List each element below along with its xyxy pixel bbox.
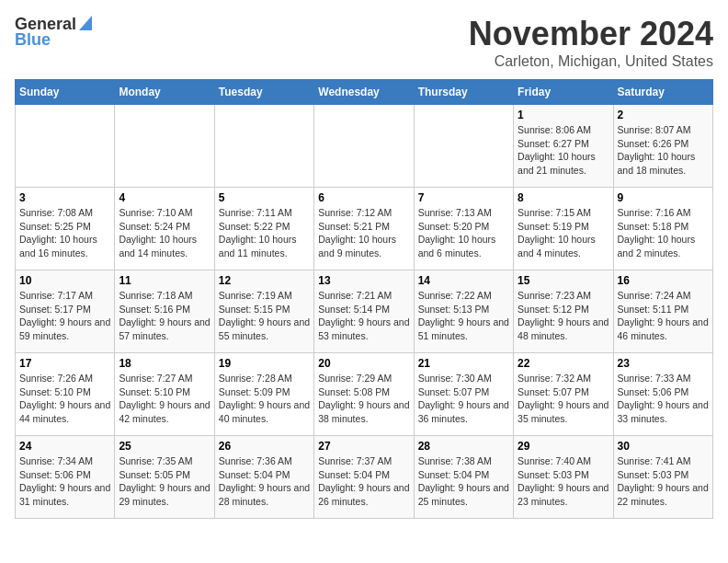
table-row: 1 Sunrise: 8:06 AMSunset: 6:27 PMDayligh… xyxy=(514,105,613,188)
table-row: 22 Sunrise: 7:32 AMSunset: 5:07 PMDaylig… xyxy=(514,353,613,436)
table-row: 25 Sunrise: 7:35 AMSunset: 5:05 PMDaylig… xyxy=(115,436,214,519)
day-number: 5 xyxy=(219,191,310,204)
table-row: 17 Sunrise: 7:26 AMSunset: 5:10 PMDaylig… xyxy=(16,353,115,436)
day-number: 21 xyxy=(418,357,509,370)
table-row: 10 Sunrise: 7:17 AMSunset: 5:17 PMDaylig… xyxy=(16,270,115,353)
day-number: 10 xyxy=(19,274,110,287)
calendar-title-section: November 2024 Carleton, Michigan, United… xyxy=(469,15,713,70)
day-info: Sunrise: 7:13 AMSunset: 5:20 PMDaylight:… xyxy=(418,206,509,260)
day-info: Sunrise: 7:30 AMSunset: 5:07 PMDaylight:… xyxy=(418,372,509,426)
day-info: Sunrise: 7:11 AMSunset: 5:22 PMDaylight:… xyxy=(219,206,310,260)
table-row: 6 Sunrise: 7:12 AMSunset: 5:21 PMDayligh… xyxy=(314,188,414,270)
day-info: Sunrise: 7:38 AMSunset: 5:04 PMDaylight:… xyxy=(418,454,509,509)
col-tuesday: Tuesday xyxy=(214,80,313,105)
page-header: General Blue November 2024 Carleton, Mic… xyxy=(15,15,713,70)
table-row: 20 Sunrise: 7:29 AMSunset: 5:08 PMDaylig… xyxy=(314,353,414,436)
day-number: 1 xyxy=(518,109,609,121)
table-row: 30 Sunrise: 7:41 AMSunset: 5:03 PMDaylig… xyxy=(613,436,712,519)
day-info: Sunrise: 7:12 AMSunset: 5:21 PMDaylight:… xyxy=(318,206,409,260)
table-row: 27 Sunrise: 7:37 AMSunset: 5:04 PMDaylig… xyxy=(314,436,414,519)
table-row: 19 Sunrise: 7:28 AMSunset: 5:09 PMDaylig… xyxy=(214,353,313,436)
col-sunday: Sunday xyxy=(16,80,115,105)
table-row: 8 Sunrise: 7:15 AMSunset: 5:19 PMDayligh… xyxy=(514,188,613,270)
day-number: 3 xyxy=(19,191,110,204)
table-row: 21 Sunrise: 7:30 AMSunset: 5:07 PMDaylig… xyxy=(414,353,513,436)
day-number: 29 xyxy=(518,440,609,453)
day-info: Sunrise: 7:15 AMSunset: 5:19 PMDaylight:… xyxy=(518,206,609,260)
day-info: Sunrise: 7:17 AMSunset: 5:17 PMDaylight:… xyxy=(19,289,110,343)
day-number: 26 xyxy=(219,440,310,453)
calendar-week-row: 3 Sunrise: 7:08 AMSunset: 5:25 PMDayligh… xyxy=(16,188,713,270)
table-row: 13 Sunrise: 7:21 AMSunset: 5:14 PMDaylig… xyxy=(314,270,414,353)
day-info: Sunrise: 7:41 AMSunset: 5:03 PMDaylight:… xyxy=(618,454,709,509)
day-number: 24 xyxy=(19,440,110,453)
day-number: 13 xyxy=(318,274,409,287)
logo-blue-text: Blue xyxy=(15,30,51,50)
table-row: 16 Sunrise: 7:24 AMSunset: 5:11 PMDaylig… xyxy=(613,270,712,353)
day-number: 9 xyxy=(618,191,709,204)
day-number: 27 xyxy=(318,440,409,453)
table-row: 14 Sunrise: 7:22 AMSunset: 5:13 PMDaylig… xyxy=(414,270,513,353)
table-row: 15 Sunrise: 7:23 AMSunset: 5:12 PMDaylig… xyxy=(514,270,613,353)
table-row xyxy=(314,105,414,188)
day-number: 14 xyxy=(418,274,509,287)
table-row: 7 Sunrise: 7:13 AMSunset: 5:20 PMDayligh… xyxy=(414,188,513,270)
day-info: Sunrise: 7:28 AMSunset: 5:09 PMDaylight:… xyxy=(219,372,310,426)
table-row: 9 Sunrise: 7:16 AMSunset: 5:18 PMDayligh… xyxy=(613,188,712,270)
table-row: 23 Sunrise: 7:33 AMSunset: 5:06 PMDaylig… xyxy=(613,353,712,436)
day-info: Sunrise: 7:23 AMSunset: 5:12 PMDaylight:… xyxy=(518,289,609,343)
day-info: Sunrise: 7:19 AMSunset: 5:15 PMDaylight:… xyxy=(219,289,310,343)
day-number: 4 xyxy=(119,191,210,204)
calendar-table: Sunday Monday Tuesday Wednesday Thursday… xyxy=(15,79,713,519)
col-friday: Friday xyxy=(514,80,613,105)
table-row: 11 Sunrise: 7:18 AMSunset: 5:16 PMDaylig… xyxy=(115,270,214,353)
day-number: 25 xyxy=(119,440,210,453)
day-number: 23 xyxy=(618,357,709,370)
calendar-week-row: 24 Sunrise: 7:34 AMSunset: 5:06 PMDaylig… xyxy=(16,436,713,519)
day-info: Sunrise: 7:21 AMSunset: 5:14 PMDaylight:… xyxy=(318,289,409,343)
day-info: Sunrise: 7:24 AMSunset: 5:11 PMDaylight:… xyxy=(618,289,709,343)
day-info: Sunrise: 7:34 AMSunset: 5:06 PMDaylight:… xyxy=(19,454,110,509)
day-number: 16 xyxy=(618,274,709,287)
table-row: 28 Sunrise: 7:38 AMSunset: 5:04 PMDaylig… xyxy=(414,436,513,519)
day-info: Sunrise: 7:33 AMSunset: 5:06 PMDaylight:… xyxy=(618,372,709,426)
day-info: Sunrise: 7:40 AMSunset: 5:03 PMDaylight:… xyxy=(518,454,609,509)
table-row: 5 Sunrise: 7:11 AMSunset: 5:22 PMDayligh… xyxy=(214,188,313,270)
day-number: 17 xyxy=(19,357,110,370)
day-info: Sunrise: 7:29 AMSunset: 5:08 PMDaylight:… xyxy=(318,372,409,426)
col-thursday: Thursday xyxy=(414,80,513,105)
day-info: Sunrise: 7:35 AMSunset: 5:05 PMDaylight:… xyxy=(119,454,210,509)
day-number: 22 xyxy=(518,357,609,370)
day-info: Sunrise: 7:37 AMSunset: 5:04 PMDaylight:… xyxy=(318,454,409,509)
day-number: 18 xyxy=(119,357,210,370)
month-title: November 2024 xyxy=(469,15,713,53)
day-number: 12 xyxy=(219,274,310,287)
table-row: 4 Sunrise: 7:10 AMSunset: 5:24 PMDayligh… xyxy=(115,188,214,270)
table-row xyxy=(214,105,313,188)
day-info: Sunrise: 7:36 AMSunset: 5:04 PMDaylight:… xyxy=(219,454,310,509)
col-saturday: Saturday xyxy=(613,80,712,105)
svg-marker-0 xyxy=(79,16,92,30)
calendar-week-row: 10 Sunrise: 7:17 AMSunset: 5:17 PMDaylig… xyxy=(16,270,713,353)
table-row: 18 Sunrise: 7:27 AMSunset: 5:10 PMDaylig… xyxy=(115,353,214,436)
day-info: Sunrise: 7:22 AMSunset: 5:13 PMDaylight:… xyxy=(418,289,509,343)
table-row xyxy=(115,105,214,188)
table-row: 2 Sunrise: 8:07 AMSunset: 6:26 PMDayligh… xyxy=(613,105,712,188)
day-number: 6 xyxy=(318,191,409,204)
table-row: 29 Sunrise: 7:40 AMSunset: 5:03 PMDaylig… xyxy=(514,436,613,519)
logo-triangle-icon xyxy=(79,16,92,34)
col-wednesday: Wednesday xyxy=(314,80,414,105)
day-number: 2 xyxy=(618,109,709,121)
day-number: 8 xyxy=(518,191,609,204)
logo: General Blue xyxy=(15,15,92,50)
day-info: Sunrise: 7:16 AMSunset: 5:18 PMDaylight:… xyxy=(618,206,709,260)
col-monday: Monday xyxy=(115,80,214,105)
table-row: 26 Sunrise: 7:36 AMSunset: 5:04 PMDaylig… xyxy=(214,436,313,519)
calendar-week-row: 1 Sunrise: 8:06 AMSunset: 6:27 PMDayligh… xyxy=(16,105,713,188)
day-number: 15 xyxy=(518,274,609,287)
calendar-week-row: 17 Sunrise: 7:26 AMSunset: 5:10 PMDaylig… xyxy=(16,353,713,436)
day-number: 7 xyxy=(418,191,509,204)
day-info: Sunrise: 8:07 AMSunset: 6:26 PMDaylight:… xyxy=(618,123,709,178)
table-row: 3 Sunrise: 7:08 AMSunset: 5:25 PMDayligh… xyxy=(16,188,115,270)
day-number: 28 xyxy=(418,440,509,453)
